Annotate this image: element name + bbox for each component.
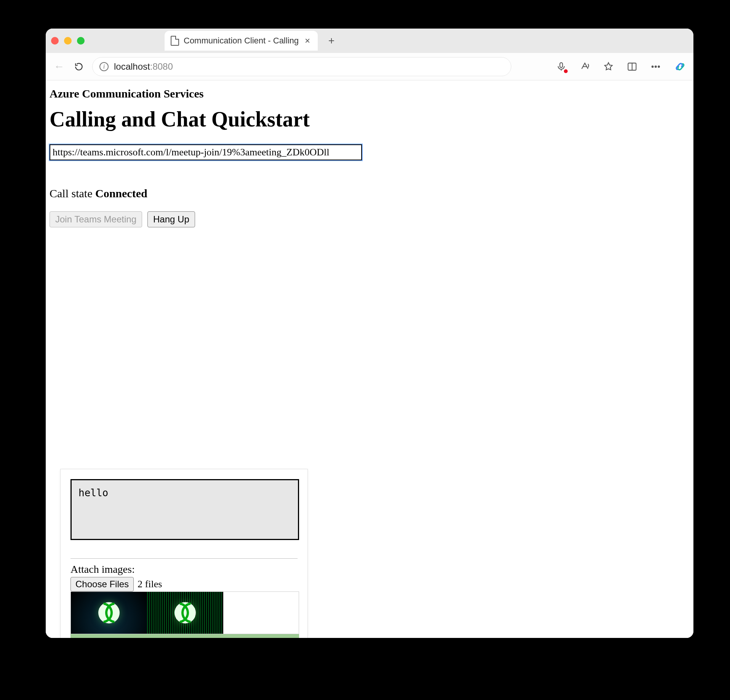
image-thumbnail-2[interactable] [147,592,223,634]
image-thumbnails [70,591,299,634]
svg-point-5 [658,66,660,67]
mic-blocked-icon[interactable] [556,61,567,72]
window-minimize-button[interactable] [64,37,72,45]
url-host: localhost [114,61,150,72]
more-menu-icon[interactable] [650,61,661,72]
window-close-button[interactable] [51,37,59,45]
split-screen-icon[interactable] [626,61,638,72]
choose-files-button[interactable]: Choose Files [70,577,134,591]
page-viewport: Azure Communication Services Calling and… [46,80,693,638]
svg-point-4 [655,66,656,67]
hang-up-button[interactable]: Hang Up [147,211,195,227]
send-button[interactable]: Send [70,634,299,638]
xbox-logo-icon [174,602,196,623]
call-state-label: Call state [50,187,92,200]
chat-divider [70,558,298,559]
svg-point-3 [652,66,653,67]
tab-strip: Communication Client - Calling × + [46,29,693,53]
window-zoom-button[interactable] [77,37,85,45]
chat-message-input[interactable] [70,479,299,540]
url-port: :8080 [150,61,173,72]
browser-toolbar: ← i localhost:8080 [46,53,693,80]
svg-rect-0 [560,62,563,67]
page-eyebrow: Azure Communication Services [50,87,690,100]
browser-tab[interactable]: Communication Client - Calling × [165,31,318,51]
favorite-icon[interactable] [603,61,614,72]
window-traffic-lights [51,37,85,45]
read-aloud-icon[interactable] [579,61,591,72]
address-bar[interactable]: i localhost:8080 [92,57,511,76]
join-meeting-button: Join Teams Meeting [50,211,142,227]
page-icon [171,36,179,46]
browser-window: Communication Client - Calling × + ← i l… [46,29,693,638]
chat-panel: Attach images: Choose Files 2 files Send [60,469,308,638]
meeting-url-input[interactable] [50,144,362,160]
reload-button[interactable] [72,60,85,73]
xbox-logo-icon [98,602,120,623]
file-count-text: 2 files [138,579,162,590]
tab-close-button[interactable]: × [303,36,312,45]
tab-title: Communication Client - Calling [184,36,299,46]
attach-images-label: Attach images: [70,563,298,575]
new-tab-button[interactable]: + [326,35,337,46]
call-state-line: Call state Connected [50,187,690,200]
copilot-icon[interactable] [674,60,687,73]
call-state-value: Connected [95,187,147,200]
nav-back-button[interactable]: ← [53,60,66,73]
image-thumbnail-1[interactable] [71,592,147,634]
site-info-icon[interactable]: i [99,62,109,71]
page-title: Calling and Chat Quickstart [50,107,690,131]
